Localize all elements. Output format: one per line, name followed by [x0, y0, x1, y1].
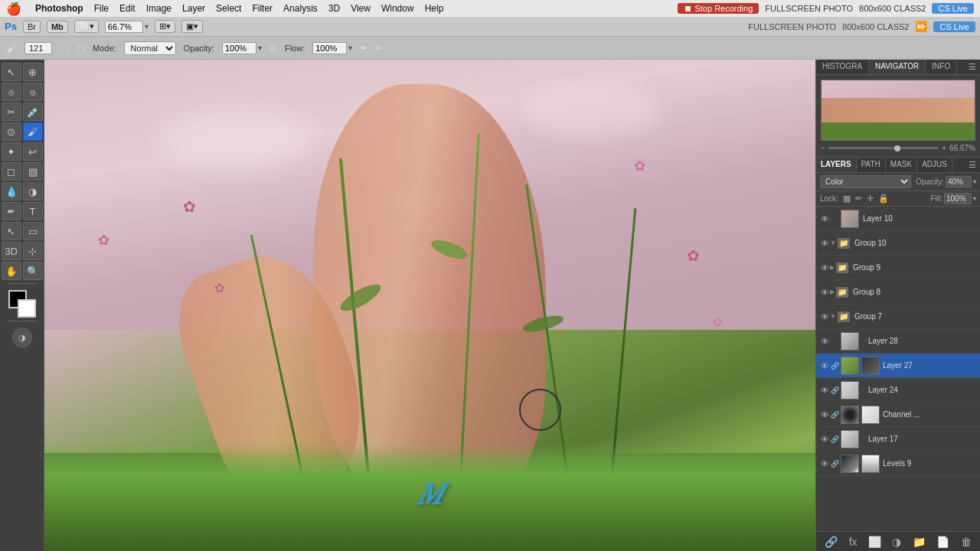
cs-live-button[interactable]: CS Live [932, 3, 974, 14]
tab-layers[interactable]: LAYERS [816, 158, 857, 172]
brush-tool-icon[interactable]: 🖌 [6, 42, 17, 54]
stop-recording-button[interactable]: ⏹ Stop Recording [678, 3, 759, 14]
shape-tool[interactable]: ▭ [23, 222, 43, 240]
3d-tool[interactable]: 3D [2, 242, 21, 260]
arrow-group10[interactable]: ▼ [830, 240, 836, 246]
measure-tool[interactable]: ⊹ [23, 242, 43, 260]
link-levels9[interactable]: 🔗 [830, 460, 839, 468]
tab-navigator[interactable]: NAVIGATOR [869, 60, 926, 74]
opacity-input[interactable] [222, 42, 256, 54]
layer-item-layer17[interactable]: 👁 🔗 Layer 17 [816, 427, 980, 452]
opacity-arrow[interactable]: ▾ [973, 178, 976, 185]
add-mask-button[interactable]: ⬜ [868, 536, 881, 548]
eye-group7[interactable]: 👁 [819, 312, 830, 321]
menu-file[interactable]: File [94, 3, 109, 14]
mini-bridge-button[interactable]: Mb [47, 21, 68, 33]
menu-view[interactable]: View [351, 3, 371, 14]
airbrush-toggle[interactable]: ⊙ [270, 43, 277, 54]
lock-pixel-icon[interactable]: ▦ [843, 194, 851, 204]
eye-group8[interactable]: 👁 [819, 288, 830, 297]
hand-tool[interactable]: ✋ [2, 262, 21, 280]
brush-options-button[interactable]: ◻ [77, 43, 85, 54]
layer-item-levels9[interactable]: 👁 🔗 Levels 9 [816, 452, 980, 476]
zoom-dropdown-arrow[interactable]: ▾ [145, 22, 149, 31]
layout-button[interactable]: ▣▾ [181, 20, 203, 33]
layer-item-group8[interactable]: 👁 ▶ 📁 Group 8 [816, 280, 980, 305]
arrow-group8[interactable]: ▶ [830, 289, 835, 295]
fill-input[interactable] [944, 193, 972, 204]
eyedropper-tool[interactable]: 💉 [23, 103, 43, 121]
layer-item-group9[interactable]: 👁 ▶ 📁 Group 9 [816, 256, 980, 280]
menu-layer[interactable]: Layer [182, 3, 205, 14]
new-layer-button[interactable]: 📄 [936, 536, 949, 548]
zoom-out-icon[interactable]: − [821, 144, 825, 152]
type-tool[interactable]: T [23, 202, 43, 220]
delete-layer-button[interactable]: 🗑 [961, 536, 972, 548]
panel-menu-button[interactable]: ☰ [965, 60, 980, 74]
tablet-button[interactable]: ✏ [375, 43, 383, 54]
link-layers-button[interactable]: 🔗 [825, 536, 838, 548]
zoom-input[interactable] [105, 21, 143, 33]
brush-tool[interactable]: 🖌 [23, 122, 43, 141]
link-layer24[interactable]: 🔗 [830, 386, 839, 394]
blur-tool[interactable]: 💧 [2, 182, 21, 201]
eraser-tool[interactable]: ◻ [2, 162, 21, 181]
menu-3d[interactable]: 3D [328, 3, 340, 14]
tab-histogram[interactable]: HISTOGRA [816, 60, 869, 74]
menu-analysis[interactable]: Analysis [283, 3, 318, 14]
layer-item-group10[interactable]: 👁 ▼ 📁 Group 10 [816, 231, 980, 256]
layer-item-layer27[interactable]: 👁 🔗 Layer 27 [816, 354, 980, 378]
eye-group10[interactable]: 👁 [819, 239, 830, 248]
cs-live-badge[interactable]: CS Live [933, 21, 975, 32]
eye-layer27[interactable]: 👁 [819, 361, 830, 370]
layer-item-layer28[interactable]: 👁 Layer 28 [816, 329, 980, 354]
eye-layer28[interactable]: 👁 [819, 337, 830, 346]
lock-paint-icon[interactable]: ✏ [855, 194, 862, 204]
mode-select[interactable]: Normal Multiply Screen Color [124, 41, 176, 55]
polygonal-lasso[interactable]: ⌾ [23, 83, 43, 101]
arrow-group7[interactable]: ▼ [830, 313, 836, 320]
menu-window[interactable]: Window [381, 3, 414, 14]
adjustment-layer-button[interactable]: ◑ [892, 536, 901, 548]
zoom-slider-handle[interactable] [894, 145, 900, 152]
arrow-group9[interactable]: ▶ [830, 264, 835, 271]
lasso-tool[interactable]: ⌾ [2, 83, 21, 101]
link-channel[interactable]: 🔗 [830, 411, 839, 419]
pen-tool[interactable]: ✒ [2, 202, 21, 220]
lock-position-icon[interactable]: ✛ [867, 194, 874, 204]
crop-tool[interactable]: ✂ [2, 103, 21, 121]
stylus-button[interactable]: ✒ [360, 43, 368, 54]
menu-help[interactable]: Help [425, 3, 444, 14]
layer-item-layer24[interactable]: 👁 🔗 Layer 24 [816, 378, 980, 403]
menu-filter[interactable]: Filter [252, 3, 273, 14]
brush-preset-button[interactable]: ⬚ [60, 42, 70, 54]
layer-item-layer10[interactable]: 👁 Layer 10 [816, 207, 980, 231]
tab-path[interactable]: PATH [857, 158, 886, 172]
menu-image[interactable]: Image [146, 3, 172, 14]
link-layer17[interactable]: 🔗 [830, 435, 839, 443]
clone-stamp-tool[interactable]: ✦ [2, 142, 21, 161]
bridge-button[interactable]: Br [23, 21, 41, 33]
layers-menu-button[interactable]: ☰ [965, 158, 980, 172]
eye-layer24[interactable]: 👁 [819, 386, 830, 395]
layer-opacity-input[interactable] [946, 176, 972, 187]
layer-mode-select[interactable]: Color Normal Multiply [820, 175, 911, 188]
flow-dropdown[interactable]: ▾ [348, 44, 352, 52]
path-selection[interactable]: ↖ [2, 222, 21, 240]
dodge-tool[interactable]: ◑ [23, 182, 43, 201]
menu-select[interactable]: Select [216, 3, 241, 14]
eye-levels9[interactable]: 👁 [819, 459, 830, 468]
link-layer27[interactable]: 🔗 [830, 362, 839, 370]
tab-adjustments[interactable]: ADJUS [917, 158, 952, 172]
fill-arrow[interactable]: ▾ [973, 195, 976, 202]
menu-edit[interactable]: Edit [119, 3, 136, 14]
zoom-in-icon[interactable]: + [942, 144, 946, 152]
spot-heal-tool[interactable]: ⊙ [2, 122, 21, 141]
tab-info[interactable]: INFO [926, 60, 957, 74]
tab-mask[interactable]: MASK [886, 158, 917, 172]
flow-input[interactable] [312, 42, 347, 54]
eye-layer10[interactable]: 👁 [819, 214, 830, 223]
zoom-tool[interactable]: 🔍 [23, 262, 43, 280]
lock-all-icon[interactable]: 🔒 [878, 194, 889, 204]
eye-layer17[interactable]: 👁 [819, 435, 830, 444]
